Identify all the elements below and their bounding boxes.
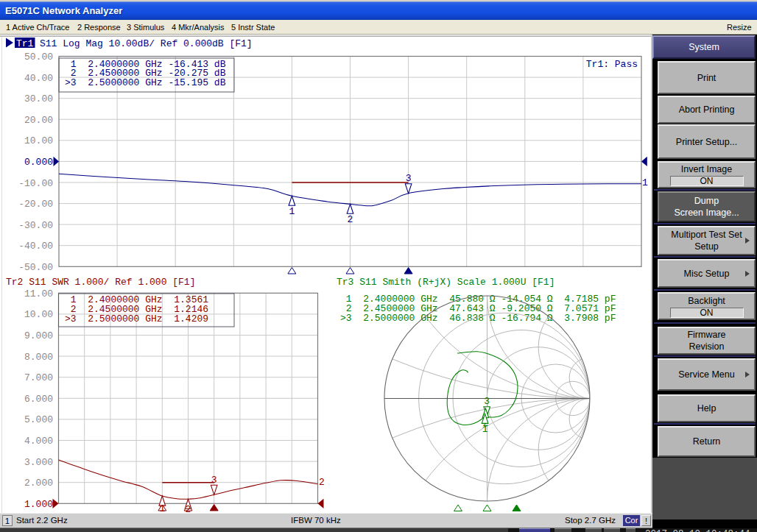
svg-text:7.000: 7.000 [24,372,53,383]
svg-text:8.000: 8.000 [24,352,53,363]
svg-text:1: 1 [482,424,488,435]
svg-text:0.000: 0.000 [24,157,53,168]
svg-text:-10.00: -10.00 [18,178,53,189]
svg-text:4.000: 4.000 [24,436,53,447]
svg-text:6.000: 6.000 [24,394,53,405]
svg-text:3: 3 [406,173,412,184]
svg-text:40.00: 40.00 [24,73,53,84]
svg-text:3: 3 [211,475,217,486]
svg-text:1: 1 [289,206,295,217]
svg-text:Tr1: Tr1 [16,38,34,49]
svg-text:11.00: 11.00 [24,288,53,299]
svg-text:10.00: 10.00 [24,309,53,320]
svg-text:9.000: 9.000 [24,330,53,341]
svg-text:30.00: 30.00 [24,93,53,104]
svg-text:-20.00: -20.00 [18,199,53,210]
svg-text:Tr2 S11 SWR 1.000/ Ref 1.000 [: Tr2 S11 SWR 1.000/ Ref 1.000 [F1] [6,277,195,288]
svg-text:S11 Log Mag 10.00dB/ Ref 0.000: S11 Log Mag 10.00dB/ Ref 0.000dB [F1] [40,38,253,49]
svg-text:2: 2 [348,214,353,225]
svg-text:2: 2 [319,477,325,488]
svg-text:3.000: 3.000 [24,457,53,468]
svg-text:3: 3 [484,396,490,407]
svg-text:Tr3 S11 Smith (R+jX) Scale 1.0: Tr3 S11 Smith (R+jX) Scale 1.000U [F1] [337,277,554,288]
svg-text:-50.00: -50.00 [18,262,53,273]
svg-text:20.00: 20.00 [24,115,53,126]
svg-text:5.000: 5.000 [24,414,53,425]
svg-text:10.00: 10.00 [24,135,53,146]
svg-text:-40.00: -40.00 [18,241,53,252]
svg-text:>3 2.5000000 GHz 1.4209: >3 2.5000000 GHz 1.4209 [65,313,208,324]
svg-text:50.00: 50.00 [24,52,53,63]
svg-text:Tr1: Pass: Tr1: Pass [586,59,638,70]
svg-text:-30.00: -30.00 [18,220,53,231]
svg-text:1.000: 1.000 [24,499,53,510]
svg-text:2.000: 2.000 [24,478,53,489]
svg-text:>3 2.5000000 GHz 46.838 Ω -1: >3 2.5000000 GHz 46.838 Ω -16.794 Ω 3.79… [340,313,616,324]
svg-text:>3 2.5000000 GHz -15.195 dB: >3 2.5000000 GHz -15.195 dB [65,77,226,88]
svg-text:2: 2 [186,504,191,513]
svg-text:1: 1 [642,177,648,188]
svg-text:1: 1 [159,503,165,514]
